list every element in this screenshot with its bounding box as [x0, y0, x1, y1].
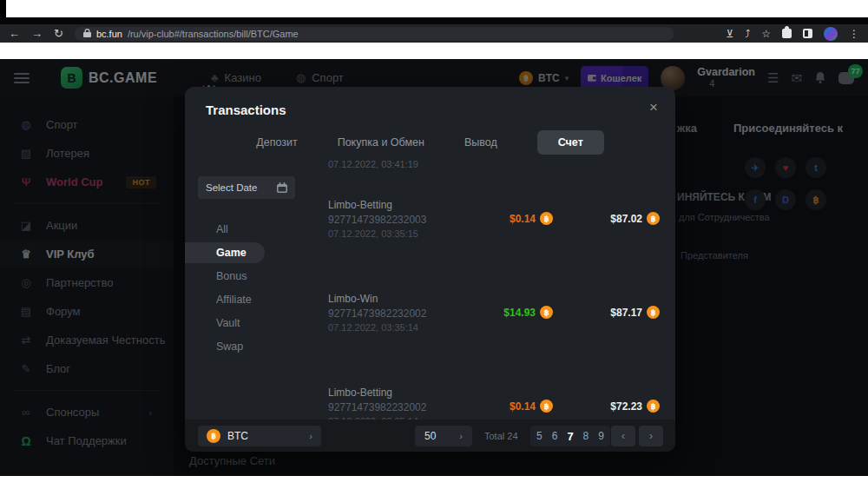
tab-buy-swap[interactable]: Покупка и Обмен — [338, 136, 424, 149]
tx-date: 07.12.2022, 03:35:15 — [328, 228, 663, 239]
btc-coin-icon: ฿ — [540, 306, 553, 319]
back-icon[interactable]: ← — [9, 28, 20, 39]
tx-amount: $0.14฿ — [510, 212, 553, 225]
transactions-modal: Transactions × Депозит Покупка и Обмен В… — [185, 87, 675, 452]
modal-footer: ฿ BTC › 50 › Total 24 5 6 7 8 9 — [185, 420, 675, 452]
url-bar[interactable]: bc.fun/ru/vip-club#/transactions/bill/BT… — [75, 27, 674, 41]
url-path: /ru/vip-club#/transactions/bill/BTC/Game — [128, 29, 299, 39]
page-8[interactable]: 8 — [583, 430, 589, 442]
total-count: Total 24 — [484, 431, 518, 441]
page-7-current[interactable]: 7 — [567, 430, 573, 443]
chevron-right-icon: › — [459, 431, 463, 441]
page-5[interactable]: 5 — [536, 430, 542, 442]
category-vault[interactable]: Vault — [185, 311, 322, 334]
tx-balance: $87.17฿ — [610, 306, 660, 319]
screenshot-root: ← → ↻ bc.fun/ru/vip-club#/transactions/b… — [0, 0, 868, 489]
browser-window: ← → ↻ bc.fun/ru/vip-club#/transactions/b… — [0, 17, 868, 459]
chevron-right-icon: › — [309, 431, 312, 441]
btc-coin-icon: ฿ — [647, 212, 660, 225]
page-6[interactable]: 6 — [552, 430, 558, 442]
tx-balance: $72.23฿ — [610, 400, 660, 413]
transaction-row: Limbo-Betting 92771473982232002 07.12.20… — [328, 387, 663, 420]
bookmark-star-icon[interactable]: ☆ — [761, 29, 771, 39]
select-date-label: Select Date — [206, 182, 257, 193]
btc-coin-icon: ฿ — [540, 400, 553, 413]
tab-bill[interactable]: Счет — [537, 130, 604, 155]
page-size-select[interactable]: 50 › — [415, 426, 472, 446]
browser-profile-avatar[interactable] — [824, 27, 838, 41]
screen-corner-notch — [0, 0, 6, 18]
category-bonus[interactable]: Bonus — [185, 264, 322, 287]
browser-tabstrip — [0, 17, 868, 24]
install-icon[interactable]: ⊻ — [726, 29, 733, 39]
select-date-button[interactable]: Select Date — [198, 176, 295, 199]
site-page: B BC.GAME ♣ Казино ◍ Спорт — [0, 59, 868, 476]
tx-date: 07.12.2022, 03:35:14 — [328, 322, 663, 333]
share-icon[interactable]: ⤴ — [745, 29, 750, 39]
btc-coin-icon: ฿ — [540, 212, 553, 225]
side-panel-icon[interactable] — [803, 29, 812, 38]
currency-filter-button[interactable]: ฿ BTC › — [198, 426, 321, 446]
category-affiliate[interactable]: Affiliate — [185, 287, 322, 311]
reload-icon[interactable]: ↻ — [54, 28, 63, 39]
pagination: 5 6 7 8 9 — [530, 426, 610, 446]
btc-coin-icon: ฿ — [647, 306, 660, 319]
page-size-value: 50 — [424, 430, 436, 442]
category-list: All Game Bonus Affiliate Vault Swap — [185, 217, 322, 358]
btc-coin-icon: ฿ — [647, 400, 660, 413]
pagination-arrows: ‹ › — [611, 426, 663, 446]
currency-filter-label: BTC — [227, 430, 248, 442]
tab-withdraw[interactable]: Вывод — [464, 136, 497, 149]
modal-title: Transactions — [206, 102, 286, 117]
tx-name: Limbo-Betting — [328, 387, 663, 399]
tx-name: Limbo-Win — [328, 293, 663, 305]
tx-name: Limbo-Betting — [328, 199, 663, 211]
next-page-button[interactable]: › — [639, 426, 663, 446]
browser-menu-icon[interactable]: ⋮ — [849, 29, 859, 39]
category-game[interactable]: Game — [185, 242, 265, 263]
calendar-icon — [277, 182, 287, 193]
transaction-row: Limbo-Betting 92771473982232003 07.12.20… — [328, 199, 663, 262]
browser-actions: ⊻ ⤴ ☆ ⋮ — [726, 27, 859, 41]
page-9[interactable]: 9 — [598, 430, 604, 442]
extensions-icon[interactable] — [782, 29, 792, 38]
prev-page-button[interactable]: ‹ — [611, 426, 635, 446]
transaction-row: Limbo-Win 92771473982232002 07.12.2022, … — [328, 293, 663, 356]
category-swap[interactable]: Swap — [185, 334, 322, 358]
lock-icon — [83, 29, 91, 38]
close-icon[interactable]: × — [649, 99, 658, 116]
btc-coin-icon: ฿ — [207, 429, 220, 443]
transactions-list: 07.12.2022, 03:41:19 Limbo-Betting 92771… — [328, 159, 663, 420]
browser-toolbar: ← → ↻ bc.fun/ru/vip-club#/transactions/b… — [0, 24, 868, 43]
url-host: bc.fun — [96, 29, 122, 39]
tx-amount: $0.14฿ — [510, 400, 553, 413]
forward-icon[interactable]: → — [31, 28, 43, 39]
tx-balance: $87.02฿ — [610, 212, 660, 225]
partial-row-date: 07.12.2022, 03:41:19 — [328, 159, 663, 169]
modal-tabs: Депозит Покупка и Обмен Вывод Счет — [185, 129, 675, 156]
tab-deposit[interactable]: Депозит — [256, 136, 297, 149]
tx-amount: $14.93฿ — [503, 306, 553, 319]
category-all[interactable]: All — [185, 217, 322, 241]
